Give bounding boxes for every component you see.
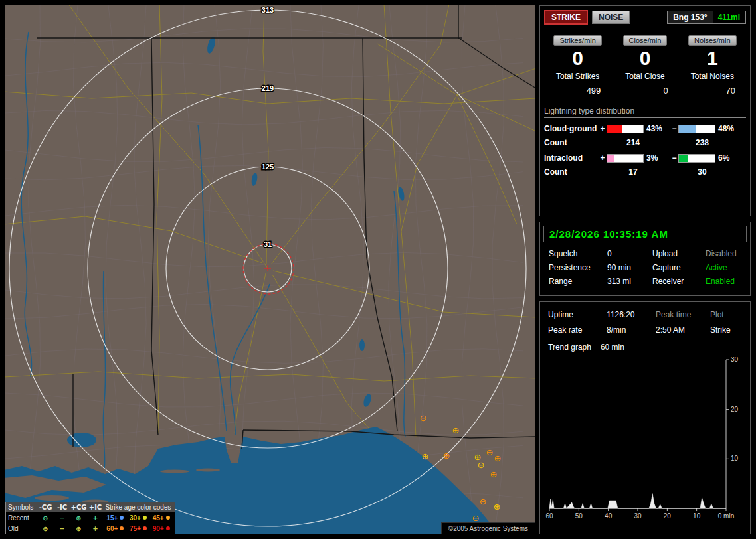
strikes-per-min-chip[interactable]: Strikes/min bbox=[553, 35, 601, 46]
strike-minus-icon: ⊖ bbox=[472, 513, 480, 523]
age-code: 60+ bbox=[106, 525, 124, 532]
strike-plus-icon: ⊕ bbox=[494, 453, 502, 463]
legend-col-ic-pos: +IC bbox=[87, 504, 104, 511]
intracloud-row: Intracloud + 3% − 6% bbox=[544, 153, 746, 163]
strikes-per-min: Strikes/min 0 bbox=[544, 34, 611, 69]
uptime-label: Uptime bbox=[548, 310, 607, 319]
minus-icon: − bbox=[54, 525, 70, 532]
strike-minus-icon: ⊖ bbox=[420, 413, 427, 423]
strike-plus-icon: ⊕ bbox=[490, 469, 498, 479]
peakrate-value: 8/min bbox=[607, 325, 656, 335]
circle-plus-icon: ⊕ bbox=[70, 514, 87, 522]
range-ring-label: 31 bbox=[264, 240, 272, 248]
trend-chart: 1020306050403020100 min bbox=[544, 357, 746, 524]
close-per-min-value: 0 bbox=[611, 47, 678, 69]
cg-positive-count: 214 bbox=[599, 138, 668, 147]
noises-per-min-value: 1 bbox=[679, 47, 746, 69]
strike-minus-icon: ⊖ bbox=[480, 497, 487, 506]
legend-row-old: Old ⊖ − ⊕ + 60+ 75+ 90+ bbox=[6, 523, 175, 534]
distribution-title: Lightning type distribution bbox=[544, 106, 746, 118]
plus-icon: + bbox=[87, 514, 104, 522]
plus-sign: + bbox=[599, 124, 607, 133]
svg-text:0 min: 0 min bbox=[718, 512, 734, 520]
svg-text:10: 10 bbox=[731, 455, 739, 462]
total-close: Total Close 0 bbox=[611, 72, 678, 96]
ic-positive-count: 17 bbox=[599, 167, 668, 177]
svg-text:30: 30 bbox=[634, 512, 642, 520]
bearing-label: Bng 153° bbox=[668, 11, 712, 23]
legend-age-title: Strike age color codes bbox=[104, 504, 173, 511]
copyright-text: ©2005 Astrogenic Systems bbox=[441, 522, 535, 534]
age-code: 75+ bbox=[130, 525, 147, 532]
age-code: 15+ bbox=[106, 514, 124, 522]
strike-plus-icon: ⊕ bbox=[422, 451, 429, 461]
plus-sign: + bbox=[599, 153, 607, 163]
svg-text:60: 60 bbox=[545, 512, 553, 520]
legend-header: Symbols -CG -IC +CG +IC Strike age color… bbox=[6, 502, 175, 512]
strike-minus-icon: ⊖ bbox=[478, 460, 485, 470]
ic-negative-pct: 6% bbox=[715, 153, 742, 163]
peaktime-label: Peak time bbox=[656, 310, 710, 319]
svg-text:50: 50 bbox=[575, 512, 583, 520]
status-box: 2/28/2026 10:35:19 AM Squelch 0 Upload D… bbox=[539, 222, 751, 296]
receiver-label: Receiver bbox=[652, 277, 706, 286]
cg-negative-bar bbox=[678, 125, 715, 133]
squelch-value: 0 bbox=[607, 249, 652, 258]
app-window: { "map": { "rings": [ {"label": "313", "… bbox=[0, 0, 756, 539]
plot-label: Plot bbox=[710, 310, 742, 319]
intracloud-count-row: Count 17 30 bbox=[544, 167, 746, 177]
strike-button[interactable]: STRIKE bbox=[544, 10, 588, 25]
rate-row: Strikes/min 0 Close/min 0 Noises/min 1 bbox=[544, 34, 746, 69]
totals-row: Total Strikes 499 Total Close 0 Total No… bbox=[544, 72, 746, 96]
persistence-label: Persistence bbox=[549, 263, 607, 272]
datetime-display: 2/28/2026 10:35:19 AM bbox=[543, 226, 747, 242]
minus-sign: − bbox=[670, 124, 678, 133]
total-close-value: 0 bbox=[611, 86, 678, 96]
trend-graph-window: 60 min bbox=[601, 343, 624, 352]
lightning-distribution: Lightning type distribution Cloud-ground… bbox=[544, 106, 746, 177]
bearing-indicator: Bng 153° 411mi bbox=[667, 11, 746, 24]
ic-negative-count: 30 bbox=[668, 167, 737, 177]
uptime-value: 1126:20 bbox=[607, 310, 656, 319]
strike-minus-icon: ⊖ bbox=[486, 447, 494, 457]
lightning-map[interactable]: 31321912531 ⊖⊕⊕⊕⊕⊖⊕⊖⊕⊖⊕⊖⊕ Symbols -CG -I… bbox=[5, 5, 535, 534]
strike-plus-icon: ⊕ bbox=[494, 502, 501, 512]
svg-text:40: 40 bbox=[605, 512, 613, 520]
age-dot-icon bbox=[120, 526, 124, 530]
minus-icon: − bbox=[54, 514, 70, 522]
strikes-per-min-value: 0 bbox=[544, 47, 611, 69]
svg-text:20: 20 bbox=[664, 512, 672, 520]
cg-positive-pct: 43% bbox=[644, 124, 670, 133]
minus-sign: − bbox=[670, 153, 678, 163]
plot-value: Strike bbox=[710, 325, 742, 335]
age-code: 90+ bbox=[153, 525, 170, 532]
total-strikes-value: 499 bbox=[544, 86, 611, 96]
total-noises-value: 70 bbox=[679, 86, 746, 96]
plus-icon: + bbox=[87, 525, 104, 532]
indicator-row: STRIKE NOISE Bng 153° 411mi bbox=[544, 10, 746, 25]
trend-box: Uptime 1126:20 Peak time Plot Peak rate … bbox=[539, 301, 751, 534]
noise-button[interactable]: NOISE bbox=[592, 11, 630, 24]
cg-negative-count: 238 bbox=[668, 138, 737, 147]
right-panel: STRIKE NOISE Bng 153° 411mi Strikes/min … bbox=[539, 5, 751, 534]
age-dot-icon bbox=[143, 526, 147, 530]
legend-col-ic-neg: -IC bbox=[54, 504, 70, 511]
close-per-min-chip[interactable]: Close/min bbox=[623, 35, 668, 46]
svg-text:20: 20 bbox=[731, 406, 739, 413]
map-canvas[interactable]: 31321912531 ⊖⊕⊕⊕⊕⊖⊕⊖⊕⊖⊕⊖⊕ bbox=[5, 5, 535, 534]
ic-positive-pct: 3% bbox=[644, 153, 670, 163]
circle-plus-icon: ⊕ bbox=[70, 525, 87, 532]
trend-graph-row: Trend graph 60 min bbox=[544, 335, 746, 352]
total-noises: Total Noises 70 bbox=[679, 72, 746, 96]
range-value: 313 mi bbox=[607, 277, 652, 286]
legend-symbols-label: Symbols bbox=[8, 504, 37, 511]
svg-text:30: 30 bbox=[731, 357, 739, 363]
stats-box: STRIKE NOISE Bng 153° 411mi Strikes/min … bbox=[539, 5, 751, 216]
age-dot-icon bbox=[166, 516, 170, 520]
legend-row-recent: Recent ⊖ − ⊕ + 15+ 30+ 45+ bbox=[6, 512, 175, 523]
bearing-range: 411mi bbox=[713, 11, 745, 23]
status-grid: Squelch 0 Upload Disabled Persistence 90… bbox=[542, 244, 748, 286]
age-dot-icon bbox=[120, 516, 124, 520]
noises-per-min-chip[interactable]: Noises/min bbox=[688, 35, 736, 46]
cg-negative-pct: 48% bbox=[715, 124, 742, 133]
